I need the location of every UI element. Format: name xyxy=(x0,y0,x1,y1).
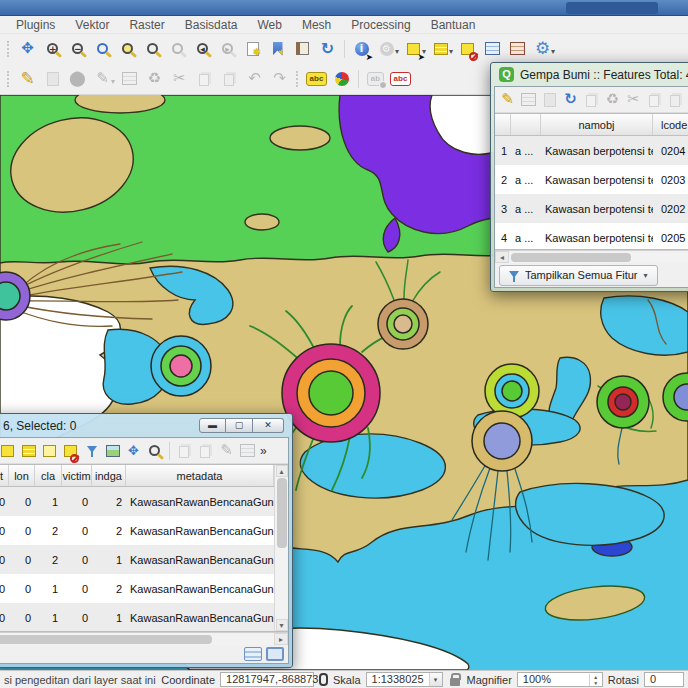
cell-lon[interactable]: 0 xyxy=(9,525,35,537)
spin-buttons[interactable]: ▲▼ xyxy=(589,674,602,686)
table-row[interactable]: 3 a ... Kawasan berpotensi terla... 0202 xyxy=(495,194,688,223)
zoom-in-icon[interactable]: + xyxy=(40,37,65,61)
toolbar-overflow-icon[interactable]: » xyxy=(260,444,267,458)
gempa-horizontal-scrollbar[interactable]: ◂ xyxy=(495,250,688,263)
column-header-victim[interactable]: victim xyxy=(62,465,92,486)
refresh-icon[interactable]: ↻ xyxy=(315,37,340,61)
volcano-marker-4[interactable] xyxy=(502,381,522,401)
cell-lon[interactable]: 0 xyxy=(9,612,35,624)
statistics-icon[interactable] xyxy=(505,37,530,61)
extent-mouse-icon[interactable] xyxy=(319,673,328,686)
cell-cla[interactable]: 1 xyxy=(35,583,62,595)
cell-metadata[interactable]: KawasanRawanBencanaGunung xyxy=(126,554,274,566)
lock-scale-icon[interactable] xyxy=(450,678,460,686)
table-row[interactable]: 0 0 1 0 2 KawasanRawanBencanaGunung xyxy=(0,487,274,516)
scroll-left-arrow-icon[interactable]: ◂ xyxy=(495,251,509,263)
cell-namobj[interactable]: Kawasan berpotensi terla... xyxy=(541,203,653,215)
toggle-editing-icon[interactable]: ✎ xyxy=(15,67,40,91)
select-all-icon[interactable] xyxy=(39,439,60,463)
table-row[interactable]: 1 a ... Kawasan berpotensi terla... 0204 xyxy=(495,136,688,165)
cell-lon[interactable]: 0 xyxy=(9,554,35,566)
zoom-out-icon[interactable]: − xyxy=(65,37,90,61)
gempa-window-titlebar[interactable]: Q Gempa Bumi :: Features Total: 4, Fil xyxy=(491,63,688,86)
gempa-attribute-table[interactable]: namobj lcode 1 a ... Kawasan berpotensi … xyxy=(495,113,688,250)
cell-metadata[interactable]: KawasanRawanBencanaGunung xyxy=(126,612,274,624)
cell-indga[interactable]: 1 xyxy=(92,554,126,566)
select-features-icon[interactable]: ➤ xyxy=(401,37,426,61)
cell[interactable]: 0 xyxy=(0,583,9,595)
window-titlebar[interactable] xyxy=(0,0,688,16)
krb-attribute-table[interactable]: t lon cla victim indga metadata 0 0 1 0 … xyxy=(0,464,288,632)
reload-table-icon[interactable]: ↻ xyxy=(560,88,581,112)
column-header-cla[interactable]: cla xyxy=(35,465,62,486)
pan-icon[interactable]: ✥ xyxy=(15,37,40,61)
table-view-toggle-icon[interactable] xyxy=(266,647,284,661)
toolbar-grip[interactable] xyxy=(7,41,11,57)
show-all-features-button[interactable]: Tampilkan Semua Fitur ▾ xyxy=(499,265,658,286)
volcano-marker-5[interactable] xyxy=(615,394,631,410)
volcano-marker-6[interactable] xyxy=(484,423,520,459)
toolbar-grip[interactable] xyxy=(7,71,11,87)
scroll-down-arrow-icon[interactable]: ▾ xyxy=(276,619,288,631)
cell-metadata[interactable]: KawasanRawanBencanaGunung xyxy=(126,583,274,595)
magnifier-spinbox[interactable]: 100% ▲▼ xyxy=(517,672,603,687)
table-row[interactable]: 0 0 1 0 2 KawasanRawanBencanaGunung xyxy=(0,574,274,603)
cell-indga[interactable]: 1 xyxy=(92,612,126,624)
close-button[interactable]: ✕ xyxy=(253,418,284,433)
table-row[interactable]: 0 0 2 0 1 KawasanRawanBencanaGunung xyxy=(0,545,274,574)
cell-victim[interactable]: 0 xyxy=(62,525,92,537)
identify-features-icon[interactable]: i➤ xyxy=(349,37,374,61)
cell-namobj[interactable]: Kawasan berpotensi terla... xyxy=(541,145,653,157)
table-row[interactable]: 2 a ... Kawasan berpotensi terla... 0203 xyxy=(495,165,688,194)
processing-toolbox-icon[interactable]: ⚙ xyxy=(530,37,555,61)
table-row[interactable]: 0 0 2 0 2 KawasanRawanBencanaGunung xyxy=(0,516,274,545)
column-header-indga[interactable]: indga xyxy=(92,465,126,486)
cell-lon[interactable]: 0 xyxy=(9,583,35,595)
menu-item[interactable]: Basisdata xyxy=(175,17,248,33)
cell-cla[interactable]: 1 xyxy=(35,496,62,508)
column-header-namobj[interactable]: namobj xyxy=(541,114,653,135)
cell-indga[interactable]: 2 xyxy=(92,525,126,537)
cell-lcode[interactable]: 0205 xyxy=(653,232,688,244)
cell[interactable]: a ... xyxy=(511,203,541,215)
volcano-marker-west[interactable] xyxy=(0,282,20,310)
column-header[interactable]: t xyxy=(0,465,9,486)
highlight-labels-icon[interactable]: abc xyxy=(388,67,413,91)
gempa-table-header[interactable]: namobj lcode xyxy=(495,114,688,136)
toolbar-grip[interactable] xyxy=(296,71,300,87)
deselect-icon[interactable] xyxy=(60,439,81,463)
scroll-up-arrow-icon[interactable]: ▴ xyxy=(276,465,288,477)
chevron-down-icon[interactable]: ▾ xyxy=(429,673,442,686)
cell-cla[interactable]: 2 xyxy=(35,554,62,566)
scrollbar-thumb[interactable] xyxy=(277,478,287,548)
volcano-marker-1[interactable] xyxy=(170,355,192,377)
new-map-view-icon[interactable]: ✱ xyxy=(240,37,265,61)
menu-item[interactable]: Vektor xyxy=(65,17,119,33)
cell-victim[interactable]: 0 xyxy=(62,554,92,566)
cell-indga[interactable]: 2 xyxy=(92,496,126,508)
select-by-expression-icon[interactable] xyxy=(18,439,39,463)
krb-table-header[interactable]: t lon cla victim indga metadata xyxy=(0,465,274,487)
krb-vertical-scrollbar[interactable]: ▴ ▾ xyxy=(274,465,288,631)
scale-combobox[interactable]: 1:1338025 ▾ xyxy=(366,672,443,687)
cell-lcode[interactable]: 0204 xyxy=(653,145,688,157)
zoom-to-layer-icon[interactable] xyxy=(140,37,165,61)
column-header-lon[interactable]: lon xyxy=(9,465,35,486)
cell[interactable]: a ... xyxy=(511,174,541,186)
form-view-toggle-icon[interactable] xyxy=(244,647,262,661)
cell-victim[interactable]: 0 xyxy=(62,583,92,595)
menu-item[interactable]: Plugins xyxy=(6,17,65,33)
cell[interactable]: a ... xyxy=(511,232,541,244)
menu-item[interactable]: Mesh xyxy=(292,17,341,33)
cell-metadata[interactable]: KawasanRawanBencanaGunung xyxy=(126,496,274,508)
cell-lcode[interactable]: 0202 xyxy=(653,203,688,215)
cell[interactable]: 0 xyxy=(0,612,9,624)
cell-lon[interactable]: 0 xyxy=(9,496,35,508)
scrollbar-thumb[interactable] xyxy=(0,635,212,644)
menu-item[interactable]: Raster xyxy=(119,17,174,33)
show-bookmarks-icon[interactable] xyxy=(290,37,315,61)
cell-cla[interactable]: 1 xyxy=(35,612,62,624)
zoom-to-selection-icon[interactable] xyxy=(115,37,140,61)
select-features-icon[interactable] xyxy=(0,439,18,463)
cell-lcode[interactable]: 0203 xyxy=(653,174,688,186)
